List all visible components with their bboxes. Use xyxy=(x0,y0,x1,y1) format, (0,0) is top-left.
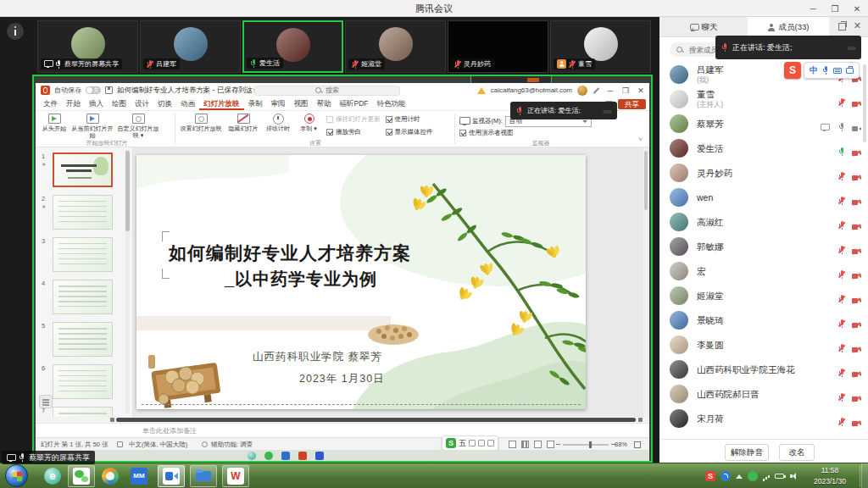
notes-icon[interactable] xyxy=(117,441,123,447)
ppt-minimize-button[interactable]: ─ xyxy=(605,86,615,95)
member-row[interactable]: 爱生活 xyxy=(659,136,868,161)
video-tile[interactable]: 爱生活 xyxy=(242,20,343,73)
folder-icon[interactable] xyxy=(195,468,212,485)
ribbon-checkbox[interactable]: 显示媒体控件 xyxy=(386,127,433,137)
ribbon-tab-幻灯片放映[interactable]: 幻灯片放映 xyxy=(199,97,244,110)
network-icon[interactable] xyxy=(763,473,773,483)
ribbon-collapse-icon[interactable]: ˅ xyxy=(638,136,643,143)
close-panel-icon[interactable]: ✕ xyxy=(854,20,861,31)
ribbon-tab-录制[interactable]: 录制 xyxy=(244,97,267,110)
ime-toolbox-icon[interactable] xyxy=(846,68,854,74)
video-tile[interactable]: 姬淑堂 xyxy=(345,20,446,73)
slide-thumbnail-7[interactable] xyxy=(53,407,113,417)
ribbon-checkbox[interactable]: 保持幻灯片更新 xyxy=(326,114,381,125)
battery-icon[interactable] xyxy=(775,474,784,479)
member-row[interactable]: 李曼圆 xyxy=(659,333,868,358)
slide-thumbnail-3[interactable] xyxy=(53,237,113,272)
autosave-toggle[interactable]: 关 xyxy=(86,86,101,94)
taskbar-360-browser-icon[interactable] xyxy=(102,468,119,485)
zoom-level[interactable]: 88% xyxy=(615,438,627,451)
slide-thumbnail-1[interactable] xyxy=(53,152,113,187)
ribbon-tab-文件[interactable]: 文件 xyxy=(39,97,62,110)
ime-voice-icon[interactable] xyxy=(822,66,829,75)
member-row[interactable]: 郭敏娜 xyxy=(659,235,868,259)
show-desktop-button[interactable] xyxy=(861,463,868,488)
tab-chat[interactable]: 聊天 xyxy=(659,17,748,37)
tray-green-app-icon[interactable] xyxy=(748,471,758,481)
sogou-icon[interactable]: S xyxy=(446,438,456,448)
ime-tool-icon[interactable] xyxy=(487,440,494,446)
unmute-button[interactable]: 解除静音 xyxy=(725,444,769,461)
member-row[interactable]: 董雪(主持人) xyxy=(659,87,868,112)
member-row[interactable]: 宋月荷 xyxy=(659,407,868,431)
ribbon-tab-福昕PDF[interactable]: 福昕PDF xyxy=(336,97,373,110)
taskbar-mm-icon[interactable]: MM xyxy=(131,468,147,485)
ime-mode-chinese[interactable]: 中 xyxy=(810,64,818,76)
member-row[interactable]: 高淑红 xyxy=(659,210,868,235)
meeting-info-icon[interactable] xyxy=(7,23,24,40)
ribbon-button[interactable]: 从当前幻灯片开始 xyxy=(70,113,114,140)
close-button[interactable]: ✕ xyxy=(853,4,861,14)
ribbon-tab-视图[interactable]: 视图 xyxy=(290,97,313,110)
rename-button[interactable]: 改名 xyxy=(779,444,815,461)
slide[interactable]: 如何编制好专业人才培养方案 _以中药学专业为例 山西药科职业学院 蔡翠芳 202… xyxy=(136,155,586,409)
ribbon-tab-插入[interactable]: 插入 xyxy=(85,97,108,110)
panel-scrollbar[interactable] xyxy=(863,63,866,434)
ime-tool-icon[interactable] xyxy=(478,440,485,446)
canvas-scrollbar[interactable] xyxy=(643,147,648,417)
ime-tool-icon[interactable] xyxy=(469,440,476,446)
account-avatar[interactable] xyxy=(577,86,587,96)
member-row[interactable]: wen xyxy=(659,186,868,210)
taskbar-clock[interactable]: 11:58 2023/1/30 xyxy=(804,465,856,487)
ribbon-button[interactable]: 隐藏幻灯片 xyxy=(225,113,262,132)
ribbon-button[interactable]: 设置幻灯片放映 xyxy=(179,113,223,132)
ribbon-tab-帮助[interactable]: 帮助 xyxy=(313,97,336,110)
ribbon-tab-特色功能[interactable]: 特色功能 xyxy=(373,97,410,110)
tencent-meeting-icon[interactable] xyxy=(163,468,180,485)
ribbon-checkbox[interactable]: 使用计时 xyxy=(386,114,433,125)
ribbon-checkbox[interactable]: 使用演示者视图 xyxy=(459,128,624,138)
member-row[interactable]: 宏 xyxy=(659,259,868,284)
member-row[interactable]: 景晓琦 xyxy=(659,308,868,333)
tray-expand-icon[interactable] xyxy=(736,474,743,479)
volume-icon[interactable] xyxy=(790,473,800,483)
ppt-close-button[interactable]: ✕ xyxy=(636,86,646,95)
ribbon-tab-审阅[interactable]: 审阅 xyxy=(267,97,290,110)
sogou-icon[interactable]: S xyxy=(784,62,801,79)
slide-thumbnail-6[interactable] xyxy=(53,364,113,399)
member-row[interactable]: 蔡翠芳 xyxy=(659,112,868,136)
reading-view-icon[interactable] xyxy=(534,441,542,448)
normal-view-icon[interactable] xyxy=(509,441,516,448)
ppt-share-button[interactable]: 共享 xyxy=(618,99,646,109)
fit-to-window-icon[interactable] xyxy=(634,441,641,448)
thumbnail-scrollbar[interactable] xyxy=(125,149,130,413)
minimize-button[interactable]: ─ xyxy=(809,4,817,14)
ppt-search-box[interactable]: 搜索 xyxy=(254,86,400,96)
video-tile[interactable]: 灵丹妙药 xyxy=(448,20,548,73)
video-tile[interactable]: 吕建军 xyxy=(140,20,241,73)
member-row[interactable]: 山西药科职业学院王海花 xyxy=(659,358,868,382)
tray-sogou-icon[interactable]: S xyxy=(705,471,715,481)
slide-thumbnail-5[interactable] xyxy=(53,322,113,357)
sogou-ime-bar[interactable]: S 五 xyxy=(442,435,498,451)
slide-thumbnail-2[interactable] xyxy=(53,195,113,230)
save-icon[interactable] xyxy=(105,86,113,94)
wps-icon[interactable]: W xyxy=(227,468,244,485)
zoom-slider-thumb[interactable] xyxy=(589,441,592,448)
member-row[interactable]: 山西药院郝日晋 xyxy=(659,382,868,407)
ribbon-tab-开始[interactable]: 开始 xyxy=(62,97,85,110)
restore-button[interactable]: ❐ xyxy=(831,4,839,14)
popout-panel-icon[interactable] xyxy=(838,23,846,30)
ribbon-tab-动画[interactable]: 动画 xyxy=(176,97,199,110)
ribbon-checkbox[interactable]: 播放旁白 xyxy=(326,127,381,137)
zoom-slider[interactable] xyxy=(563,444,609,446)
accessibility-status[interactable]: 辅助功能: 调查 xyxy=(211,438,253,451)
ribbon-button[interactable]: 自定义幻灯片放映 ▾ xyxy=(116,113,160,140)
taskbar-browser-icon[interactable]: e xyxy=(44,468,61,485)
start-button[interactable] xyxy=(5,464,28,487)
tray-help-icon[interactable] xyxy=(721,471,731,481)
ime-keyboard-icon[interactable] xyxy=(833,68,842,74)
notes-pane[interactable]: 单击此处添加备注 xyxy=(36,423,649,437)
ribbon-tab-绘图[interactable]: 绘图 xyxy=(108,97,131,110)
pen-icon[interactable] xyxy=(593,87,600,94)
